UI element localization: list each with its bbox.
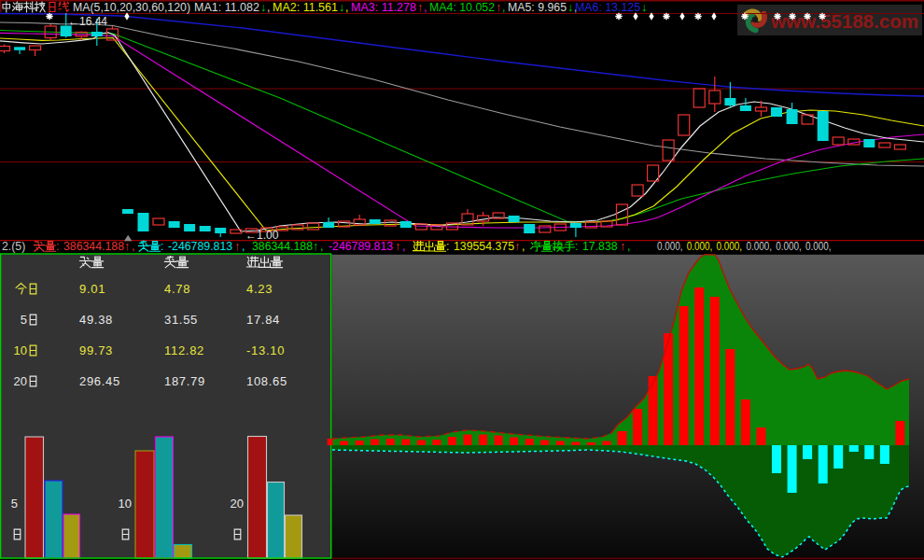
svg-text:MA2: 11.561: MA2: 11.561 <box>273 1 338 14</box>
svg-text:↓: ↓ <box>641 1 647 14</box>
svg-text:0.000,: 0.000, <box>746 240 772 253</box>
svg-text:,: , <box>627 240 630 253</box>
svg-text:,: , <box>132 240 134 253</box>
svg-text:386344.188: 386344.188 <box>63 240 124 253</box>
svg-text:20: 20 <box>14 374 27 388</box>
svg-text:MA6: 13.125: MA6: 13.125 <box>575 1 640 14</box>
svg-text:386344.188: 386344.188 <box>252 240 313 253</box>
svg-text:,: , <box>242 240 245 253</box>
svg-text:10: 10 <box>119 497 132 511</box>
svg-text:112.82: 112.82 <box>164 343 204 357</box>
svg-text:↑: ↑ <box>234 240 240 253</box>
svg-text:↑: ↑ <box>496 1 501 14</box>
svg-text:-13.10: -13.10 <box>246 343 285 357</box>
svg-text:,: , <box>402 240 405 253</box>
svg-text:↑: ↑ <box>620 240 625 253</box>
svg-text:,: , <box>320 240 323 253</box>
svg-text:187.79: 187.79 <box>164 374 205 388</box>
svg-text:MA4: 10.052: MA4: 10.052 <box>429 1 495 14</box>
svg-text:-246789.813: -246789.813 <box>329 240 393 253</box>
svg-text:0.000,: 0.000, <box>717 240 743 253</box>
svg-text:↓: ↓ <box>339 1 344 14</box>
svg-text:49.38: 49.38 <box>79 313 113 327</box>
svg-text:99.73: 99.73 <box>79 343 113 357</box>
svg-text:↑: ↑ <box>514 240 520 253</box>
svg-text::: : <box>575 240 578 253</box>
svg-text:9.01: 9.01 <box>79 282 105 296</box>
svg-text:4.23: 4.23 <box>246 282 273 296</box>
svg-text:↑: ↑ <box>417 1 423 14</box>
svg-text:5: 5 <box>11 497 18 511</box>
svg-text:,: , <box>345 1 348 14</box>
svg-text::: : <box>161 240 163 253</box>
svg-text:,: , <box>424 1 427 14</box>
svg-text:0.000,: 0.000, <box>776 240 802 253</box>
svg-text:↑: ↑ <box>313 240 318 253</box>
svg-text:↓: ↓ <box>260 1 266 14</box>
svg-text:20: 20 <box>231 497 244 511</box>
svg-text:17.838: 17.838 <box>582 240 618 253</box>
svg-text:139554.375: 139554.375 <box>454 240 514 253</box>
svg-text:31.55: 31.55 <box>164 313 198 327</box>
svg-text:0.000,: 0.000, <box>657 240 683 253</box>
svg-text:296.45: 296.45 <box>79 374 120 388</box>
svg-text:,: , <box>267 1 270 14</box>
svg-text:4.78: 4.78 <box>164 282 190 296</box>
svg-text:17.84: 17.84 <box>246 313 280 327</box>
svg-text:0.000,: 0.000, <box>687 240 713 253</box>
svg-text:↓: ↓ <box>567 1 573 14</box>
svg-text:0.000,: 0.000, <box>805 240 832 253</box>
svg-text:↑: ↑ <box>124 240 130 253</box>
svg-text:↑: ↑ <box>395 240 400 253</box>
svg-text:-246789.813: -246789.813 <box>168 240 232 253</box>
svg-text:MA(5,10,20,30,60,120): MA(5,10,20,30,60,120) <box>73 1 190 14</box>
svg-text:,: , <box>522 240 525 253</box>
svg-text:10: 10 <box>14 343 27 357</box>
svg-text:←16.44: ←16.44 <box>68 15 107 28</box>
svg-text:MA5: 9.965: MA5: 9.965 <box>508 1 567 14</box>
svg-text:5: 5 <box>21 313 27 327</box>
svg-text::: : <box>446 240 449 253</box>
svg-text:MA3: 11.278: MA3: 11.278 <box>351 1 416 14</box>
svg-text::: : <box>56 240 59 253</box>
svg-text:MA1: 11.082: MA1: 11.082 <box>194 1 259 14</box>
svg-text:,: , <box>502 1 505 14</box>
svg-text:2.(5): 2.(5) <box>2 240 25 253</box>
svg-text:108.65: 108.65 <box>246 374 287 388</box>
